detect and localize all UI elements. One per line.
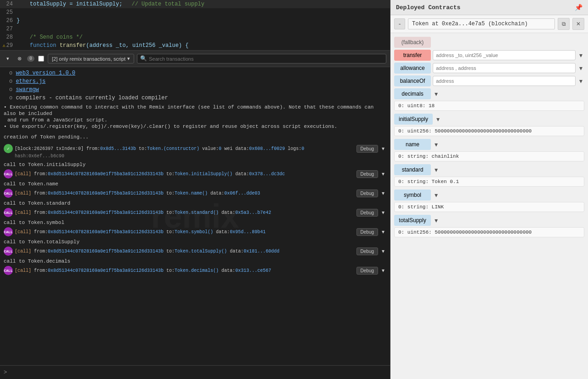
name-expand[interactable]: ▾ [433,140,440,149]
tx-details-standard: [call] from:0x8d51344c07828169a0e1f75ba3… [15,210,355,215]
tx-details-decimals: [call] from:0x8d51344c07828169a0e1f75ba3… [15,268,355,273]
contract-name: Token at 0xe2a...4e7a5 (blockchain) [408,18,555,29]
symbol-expand[interactable]: ▾ [433,190,440,200]
transfer-button[interactable]: transfer [394,50,431,61]
expand-constructor[interactable]: ▾ [380,145,386,152]
filter-dropdown[interactable]: [2] only remix transactions, script ▾ [48,54,134,63]
search-input[interactable] [149,56,383,62]
expand-decimals[interactable]: ▾ [380,267,386,274]
call-label-name: call to Token.name [0,180,390,187]
expand-totalsupply[interactable]: ▾ [380,248,386,254]
copy-address-button[interactable]: ⧉ [558,18,570,30]
debug-button-totalsupply[interactable]: Debug [356,247,378,255]
transfer-input[interactable] [433,50,576,60]
code-line-29: ⚠29 function transfer(address _to, uint2… [0,41,390,50]
fn-section-balanceof: balanceOf ▾ [394,75,584,86]
decimals-result: 0: uint8: 18 [394,101,584,111]
tx-details-totalsupply: [call] from:0x8d51344c07828169a0e1f75ba3… [15,249,355,254]
allowance-input[interactable] [433,63,576,73]
initialsupply-expand[interactable]: ▾ [435,115,441,124]
console-area[interactable]: remix o web3 version 1.0.0 o ethers.js o… [0,67,390,365]
debug-button-constructor[interactable]: Debug [356,145,378,153]
totalsupply-expand[interactable]: ▾ [433,216,440,225]
tx-header-name: CALL [call] from:0x8d51344c07828169a0e1f… [0,188,390,198]
call-label-decimals: call to Token.decimals [0,257,390,264]
log-links-2: o ethers.js [0,77,390,86]
tx-hash-constructor: hash:0x6ef...b6c90 [0,154,390,160]
tx-block-totalsupply: CALL [call] from:0x8d51344c07828169a0e1f… [0,246,390,256]
console-input-area: > [0,365,390,379]
standard-expand[interactable]: ▾ [433,165,440,174]
log-prefix: o [9,78,16,85]
call-label-symbol: call to Token.symbol [0,218,390,226]
link-swarmgw[interactable]: swarmgw [16,86,39,93]
debug-button-initialsupply[interactable]: Debug [356,170,378,178]
decimals-expand[interactable]: ▾ [433,89,440,98]
tx-header-symbol: CALL [call] from:0x8d51344c07828169a0e1f… [0,227,390,237]
contract-minus-button[interactable]: - [394,18,405,29]
log-prefix: o [9,86,16,93]
debug-button-decimals[interactable]: Debug [356,267,378,275]
clear-button[interactable]: ⊗ [15,54,24,63]
deployed-contracts-header: Deployed Contracts 📌 [390,0,588,15]
fn-section-allowance: allowance ▾ [394,63,584,74]
fn-section-name: name ▾ 0: string: chainlink [394,139,584,161]
totalsupply-button[interactable]: totalSupply [394,215,431,226]
allowance-expand[interactable]: ▾ [577,63,584,73]
totalsupply-result: 0: uint256: 5000000000000000000000000000… [394,227,584,237]
close-contract-button[interactable]: ✕ [572,18,584,30]
chevron-down-icon: ▾ [127,56,130,62]
code-editor: 24 totalSupply = initialSupply;// Update… [0,0,390,51]
symbol-button[interactable]: symbol [394,190,431,201]
expand-button[interactable]: ▾ [4,54,12,63]
decimals-button[interactable]: decimals [394,88,431,99]
tx-header-constructor: ✓ [block:2626397 txIndex:0] from:0x8d5..… [0,144,390,154]
tx-block-constructor: ✓ [block:2626397 txIndex:0] from:0x8d5..… [0,144,390,160]
initialsupply-button[interactable]: initialSupply [394,114,433,125]
prompt-symbol: > [4,369,7,376]
fallback-button[interactable]: (fallback) [394,37,431,48]
debug-button-standard[interactable]: Debug [356,209,378,217]
fn-section-symbol: symbol ▾ 0: string: LINK [394,190,584,212]
search-box: 🔍 [137,54,386,63]
debug-button-name[interactable]: Debug [356,190,378,197]
pin-button[interactable]: 📌 [575,4,582,11]
balanceof-input[interactable] [433,76,576,86]
fn-row-standard: standard ▾ [394,164,584,175]
fn-section-transfer: transfer ▾ [394,50,584,61]
tx-block-name: CALL [call] from:0x8d51344c07828169a0e1f… [0,188,390,198]
expand-name[interactable]: ▾ [380,190,386,196]
filter-checkbox[interactable] [38,56,44,62]
balanceof-button[interactable]: balanceOf [394,75,431,86]
name-result: 0: string: chainlink [394,151,584,161]
tx-icon-purple-5: CALL [4,247,13,256]
transfer-expand[interactable]: ▾ [577,51,584,60]
tx-icon-purple-6: CALL [4,266,13,275]
tx-header-decimals: CALL [call] from:0x8d51344c07828169a0e1f… [0,265,390,276]
fn-section-totalsupply: totalSupply ▾ 0: uint256: 50000000000000… [394,215,584,237]
link-ethers[interactable]: ethers.js [16,78,45,85]
link-web3[interactable]: web3 version 1.0.0 [16,70,75,76]
balanceof-expand[interactable]: ▾ [577,76,584,86]
log-prefix: o [9,95,16,101]
standard-result: 0: string: Token 0.1 [394,177,584,187]
name-button[interactable]: name [394,139,431,150]
fn-row-transfer: transfer ▾ [394,50,584,61]
log-links: o web3 version 1.0.0 [0,69,390,77]
expand-initialsupply[interactable]: ▾ [380,171,386,177]
tx-block-standard: CALL [call] from:0x8d51344c07828169a0e1f… [0,207,390,218]
log-links-4: o compilers - contains currently loaded … [0,94,390,102]
expand-standard[interactable]: ▾ [380,209,386,216]
standard-button[interactable]: standard [394,164,431,175]
tx-details-symbol: [call] from:0x8d51344c07828169a0e1f75ba3… [15,230,355,235]
tx-icon-green: ✓ [4,144,13,153]
debug-button-symbol[interactable]: Debug [356,228,378,236]
fn-row-allowance: allowance ▾ [394,63,584,74]
allowance-button[interactable]: allowance [394,63,431,74]
code-line-27: 27 [0,25,390,33]
fn-row-decimals: decimals ▾ [394,88,584,99]
fn-row-balanceof: balanceOf ▾ [394,75,584,86]
code-line-28: 28 /* Send coins */ [0,33,390,41]
console-input[interactable] [9,369,386,376]
expand-symbol[interactable]: ▾ [380,229,386,235]
